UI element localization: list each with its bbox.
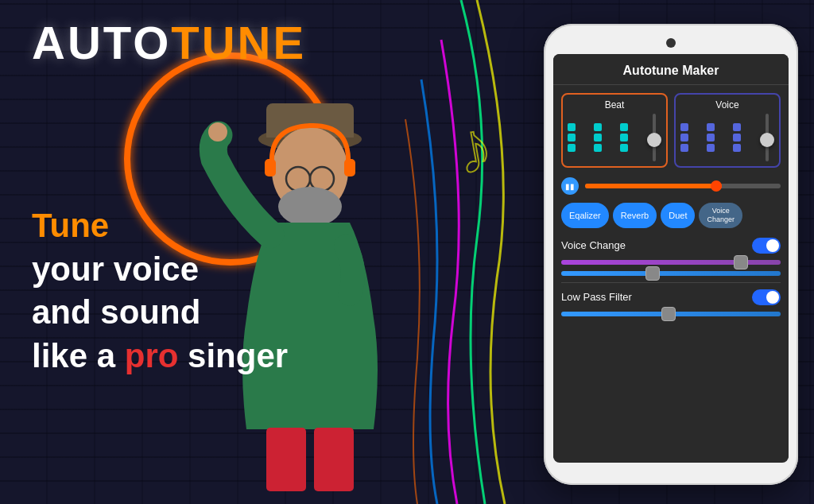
progress-bar[interactable] <box>585 184 781 188</box>
phone-body: Autotune Maker Beat <box>544 24 798 485</box>
title-tune: TUNE <box>171 17 306 68</box>
playback-row: ▮▮ <box>561 177 781 195</box>
beat-label: Beat <box>568 99 661 110</box>
beat-slider[interactable] <box>647 114 661 161</box>
left-content: AUTOTUNE Tune your voice and sound like … <box>32 0 382 504</box>
pause-icon: ▮▮ <box>565 182 575 191</box>
voice-change-toggle[interactable] <box>752 238 781 254</box>
grid-cell <box>594 123 602 131</box>
grid-cell <box>594 144 602 152</box>
voice-card-content <box>680 114 774 161</box>
voice-thumb-1[interactable] <box>734 255 748 269</box>
grid-cell <box>733 144 741 152</box>
low-pass-section: Low Pass Filter <box>561 289 781 305</box>
beat-track <box>653 114 656 161</box>
duet-button[interactable]: Duet <box>661 203 695 228</box>
progress-thumb <box>711 180 722 192</box>
pause-button[interactable]: ▮▮ <box>561 177 579 195</box>
filter-buttons: Eqalizer Reverb Duet VoiceChanger <box>561 203 781 228</box>
grid-cell <box>620 134 628 142</box>
equalizer-button[interactable]: Eqalizer <box>561 203 609 228</box>
tagline: Tune your voice and sound like a pro sin… <box>32 204 382 378</box>
progress-fill <box>585 184 722 188</box>
grid-cell <box>707 123 715 131</box>
tagline-tune: Tune <box>32 207 109 244</box>
toggle-thumb <box>766 239 779 252</box>
grid-cell <box>568 144 576 152</box>
grid-cell <box>680 123 688 131</box>
grid-cell <box>594 134 602 142</box>
tagline-like: like a <box>32 337 125 374</box>
grid-cell <box>568 134 576 142</box>
toggle-thumb-2 <box>766 291 779 304</box>
grid-cell <box>733 134 741 142</box>
low-pass-slider <box>561 312 781 316</box>
grid-cell <box>680 134 688 142</box>
tagline-line3: and sound <box>32 291 382 335</box>
voice-card[interactable]: Voice <box>674 93 781 168</box>
grid-cell <box>707 144 715 152</box>
beat-grid <box>568 123 644 152</box>
voice-label: Voice <box>680 99 774 110</box>
tagline-singer: singer <box>178 337 288 374</box>
voice-slider-1 <box>561 260 781 265</box>
beat-card[interactable]: Beat <box>561 93 668 168</box>
low-pass-thumb[interactable] <box>661 307 676 321</box>
title-auto: AUTO <box>32 17 171 68</box>
voice-slider[interactable] <box>760 114 774 161</box>
voice-change-label: Voice Change <box>561 239 626 251</box>
voice-thumb <box>760 133 774 147</box>
low-pass-label: Low Pass Filter <box>561 291 632 303</box>
phone-screen: Autotune Maker Beat <box>553 54 789 463</box>
voice-track-2[interactable] <box>561 271 781 276</box>
voice-track-1[interactable] <box>561 260 781 265</box>
voice-track <box>766 114 769 161</box>
voice-grid <box>680 123 757 152</box>
grid-cell <box>680 144 688 152</box>
beat-thumb <box>647 133 661 147</box>
reverb-button[interactable]: Reverb <box>613 203 657 228</box>
app-body: Beat <box>553 85 789 458</box>
grid-cell <box>568 123 576 131</box>
app-header: Autotune Maker <box>553 54 789 85</box>
low-pass-toggle[interactable] <box>752 289 781 305</box>
voice-changer-button[interactable]: VoiceChanger <box>699 203 742 228</box>
voice-slider-2 <box>561 271 781 276</box>
divider <box>561 282 781 283</box>
voice-change-section: Voice Change <box>561 238 781 254</box>
tagline-line2: your voice <box>32 248 382 292</box>
grid-cell <box>620 144 628 152</box>
grid-cell <box>620 123 628 131</box>
voice-thumb-2[interactable] <box>645 266 660 281</box>
grid-cell <box>733 123 741 131</box>
app-title: Autotune Maker <box>623 64 719 77</box>
tagline-pro: pro <box>125 337 179 374</box>
autotune-title: AUTOTUNE <box>32 16 382 69</box>
cards-row: Beat <box>561 93 781 168</box>
phone-mockup: Autotune Maker Beat <box>544 24 798 485</box>
tagline-line4: like a pro singer <box>32 335 382 378</box>
beat-card-content <box>568 114 661 161</box>
grid-cell <box>707 134 715 142</box>
low-pass-track[interactable] <box>561 312 781 316</box>
phone-camera <box>666 38 676 48</box>
